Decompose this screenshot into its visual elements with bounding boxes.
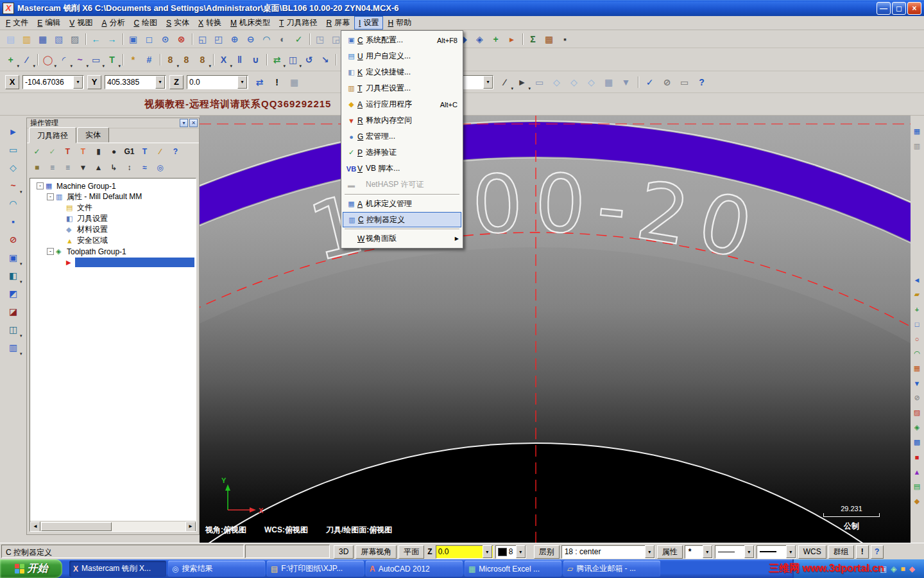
coord-help-button[interactable]: ? — [694, 74, 710, 90]
ops-manager-toggle-button[interactable]: ▦ — [911, 125, 923, 138]
zoom-window-button[interactable]: ◻ — [141, 31, 157, 47]
menu-item-shortcut-keys[interactable]: ◧ K 定义快捷键... — [343, 64, 461, 80]
wcs-button[interactable]: WCS — [798, 545, 826, 559]
shading-button[interactable]: ◐ — [275, 31, 291, 47]
line-style-caret-icon[interactable]: ▾ — [744, 545, 754, 558]
toolbar-icon[interactable] — [83, 31, 88, 47]
close-button[interactable]: × — [907, 2, 921, 15]
autocursor-button[interactable]: ⇄ — [252, 74, 268, 90]
toolbar-icon[interactable] — [35, 52, 40, 67]
menu-machine-type[interactable]: M 机床类型 — [226, 16, 275, 30]
ops-help-button[interactable]: ? — [168, 144, 183, 158]
clear-selection-button[interactable]: ⊘ — [5, 231, 22, 247]
menu-analyze[interactable]: A 分析 — [97, 16, 129, 30]
z-coordinate-input[interactable] — [187, 78, 237, 87]
undo-button[interactable]: ← — [88, 31, 104, 47]
title-bar[interactable]: X Mastercam 铣削 X6 C:\Documents and Setti… — [0, 0, 924, 16]
graphics-viewport[interactable]: 10.00-20 Y X 视角:俯视图 WCS:俯视图 刀具/绘图面: — [200, 116, 911, 543]
z-dropdown-icon[interactable]: ▾ — [237, 76, 247, 89]
tree-files[interactable]: ▤ 文件 — [30, 202, 196, 213]
trim-button[interactable]: X ▾ — [216, 52, 232, 67]
line-style-button[interactable]: ∕ ▾ — [497, 74, 513, 90]
utility-3-button[interactable]: + — [488, 31, 504, 47]
tree-safety-zone[interactable]: ▲ 安全区域 — [30, 235, 196, 246]
hatch-red-button[interactable]: ▨ — [911, 406, 923, 419]
ops-options-button[interactable]: ◎ — [153, 161, 167, 174]
menu-item-user-customize[interactable]: ▤ U 用户自定义... — [343, 48, 461, 64]
drop-blue-button[interactable]: ▼ — [911, 376, 923, 390]
task-mail[interactable]: ▱ 腾讯企业邮箱 - ... — [563, 561, 660, 577]
grid-red-button[interactable]: ▦ — [911, 362, 923, 375]
z-depth-caret-icon[interactable]: ▾ — [483, 545, 492, 558]
3d-mode-button[interactable]: 3D — [334, 545, 354, 559]
color-select[interactable]: 8 ▾ — [495, 545, 526, 559]
ops-select-all-button[interactable]: ✓ — [30, 144, 44, 158]
ops-regen-dirty-button[interactable]: T — [76, 144, 90, 158]
select-window-button[interactable]: ▭ — [5, 141, 22, 157]
tri-purple-button[interactable]: ▲ — [911, 465, 923, 478]
block-red-button[interactable]: ■ — [911, 450, 923, 464]
sigma-button[interactable]: Σ — [525, 31, 541, 47]
select-only-button[interactable]: ◧ ▾ — [5, 267, 22, 283]
menu-item-selection-verify[interactable]: ✓ P 选择验证 — [343, 144, 461, 161]
z-depth-input[interactable] — [436, 547, 483, 556]
x-dropdown-icon[interactable]: ▾ — [73, 76, 83, 89]
set-znumber-1-button[interactable]: 8 ▾ — [162, 52, 178, 67]
menu-edit[interactable]: E 编辑 — [33, 16, 65, 30]
point-style-button[interactable]: ► ▾ — [514, 74, 530, 90]
ops-collapse-icon[interactable]: ▾ — [180, 119, 188, 127]
scroll-left-icon[interactable]: ◄ — [30, 521, 40, 532]
print-button[interactable]: ▨ — [67, 31, 83, 47]
select-area-button[interactable]: ◠ — [5, 195, 22, 211]
tray-icon-2[interactable]: ◈ — [891, 565, 896, 574]
quick-mask-lines-button[interactable]: ◪ — [5, 303, 22, 319]
create-point-button[interactable]: + ▾ — [3, 52, 19, 67]
screen-view-button[interactable]: 屏幕视角 — [355, 545, 397, 559]
snap-settings-button[interactable]: ▼ — [618, 74, 634, 90]
scrollbar-thumb[interactable] — [41, 522, 112, 531]
xform-rotate-button[interactable]: ↺ — [301, 52, 317, 67]
menu-view[interactable]: V 视图 — [65, 16, 97, 30]
create-bolt-circle-button[interactable]: * — [125, 52, 141, 67]
cad-drawing[interactable]: 10.00-20 Y X — [200, 116, 911, 543]
menu-screen[interactable]: R 屏幕 — [321, 16, 354, 30]
toolbar-icon[interactable] — [189, 31, 194, 47]
last-tool-button[interactable]: ▪ — [557, 31, 573, 47]
create-line-button[interactable]: ∕ ▾ — [19, 52, 35, 67]
sheet-green-button[interactable]: ▤ — [911, 480, 923, 493]
quick-mask-arcs-button[interactable]: ◫ ▾ — [5, 321, 22, 337]
select-chain-button[interactable]: ~ ▾ — [5, 177, 22, 193]
line-width-select[interactable]: ▾ — [757, 545, 796, 559]
reject-button[interactable]: ⊘ — [659, 74, 675, 90]
grid-toggle-button[interactable]: ▦ — [601, 74, 617, 90]
create-spline-button[interactable]: ~ ▾ — [72, 52, 88, 67]
ops-toggle-post-button[interactable]: ≡ — [60, 161, 75, 174]
menu-item-macro-manager[interactable]: ● G 宏管理... — [343, 128, 461, 144]
menu-help[interactable]: H 帮助 — [383, 16, 416, 30]
tree-machine-group[interactable]: - ▦ Machine Group-1 — [30, 180, 196, 191]
menu-item-system-config[interactable]: ▣ C 系统配置... Alt+F8 — [343, 32, 461, 48]
task-folder[interactable]: ▤ F:\打印图纸\XJP... — [267, 561, 364, 577]
open-file-button[interactable]: ▥ — [19, 31, 35, 47]
select-pointer-button[interactable]: ► — [5, 123, 22, 139]
accept-button[interactable]: ✓ — [642, 74, 658, 90]
tree-insert-position[interactable]: ▶ — [30, 257, 196, 268]
utility-2-button[interactable]: ◈ — [472, 31, 488, 47]
ops-close-icon[interactable]: ✕ — [189, 119, 198, 127]
zoom-target-button[interactable]: ⊙ — [157, 31, 173, 47]
image-button[interactable]: ▩ — [541, 31, 557, 47]
ops-post-button[interactable]: G1 — [122, 144, 137, 158]
tree-expander-icon[interactable]: - — [47, 193, 54, 200]
unzoom-button[interactable]: ◰ — [210, 31, 227, 47]
gview-top-button[interactable]: ◳ — [312, 31, 328, 47]
ops-highfeed-button[interactable]: T — [137, 144, 152, 158]
y-coordinate-input[interactable] — [105, 78, 155, 87]
screen-blank-button[interactable]: ▣ — [125, 31, 141, 47]
diamond-orange-button[interactable]: ◆ — [911, 495, 923, 508]
quick-mask-solids-button[interactable]: ▥ ▾ — [5, 339, 22, 355]
coord-icon[interactable] — [635, 74, 640, 90]
tree-stock-setup[interactable]: ◆ 材料设置 — [30, 224, 196, 235]
menu-item-run-application[interactable]: ◆ A 运行应用程序 Alt+C — [343, 96, 461, 112]
zoom-fit-button[interactable]: ◱ — [194, 31, 210, 47]
menu-item-vb-script[interactable]: VB V VB 脚本... — [343, 161, 461, 177]
